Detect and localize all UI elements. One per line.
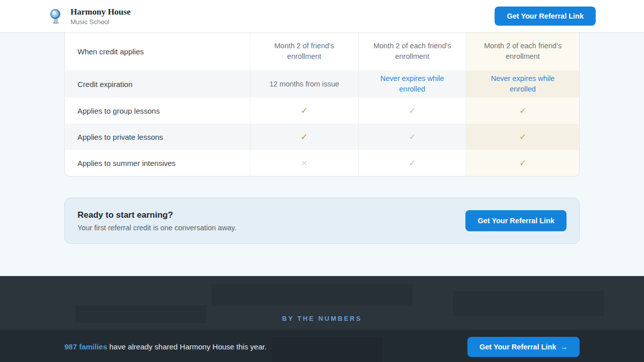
table-row: Applies to group lessons✓✓✓: [65, 98, 579, 124]
footer-referral-link-button[interactable]: Get Your Referral Link →: [467, 337, 580, 357]
check-icon: ✓: [519, 133, 526, 141]
gramophone-logo-icon: [48, 8, 63, 25]
cta-title: Ready to start earning?: [77, 210, 236, 220]
header-referral-link-button[interactable]: Get Your Referral Link: [495, 7, 596, 26]
table-row: Credit expiration12 months from issueNev…: [65, 70, 579, 98]
table-cell: Never expires while enrolled: [466, 70, 579, 98]
table-cell: ✓: [358, 124, 466, 150]
main-content: When credit appliesMonth 2 of friend's e…: [0, 32, 644, 244]
brand-text: Harmony House Music School: [70, 7, 130, 26]
table-cell: Month 2 of friend's enrollment: [250, 32, 358, 70]
numbers-heading-area: BY THE NUMBERS: [0, 276, 644, 329]
cta-text: Ready to start earning? Your first refer…: [77, 210, 236, 232]
check-icon: ✓: [409, 107, 416, 115]
check-icon: ✓: [409, 133, 416, 141]
table-cell: Never expires while enrolled: [358, 70, 466, 98]
row-label: Applies to private lessons: [65, 124, 250, 150]
check-icon: ✓: [409, 159, 416, 167]
brand-subtitle: Music School: [70, 18, 130, 26]
table-cell: ✓: [250, 124, 358, 150]
table-cell: 12 months from issue: [250, 70, 358, 98]
table-cell: Month 2 of each friend's enrollment: [466, 32, 579, 70]
brand-name: Harmony House: [70, 7, 130, 17]
cell-value: 12 months from issue: [269, 79, 339, 89]
cell-value: Month 2 of friend's enrollment: [265, 41, 344, 62]
x-icon: ✕: [301, 159, 307, 167]
table-cell: ✕: [250, 150, 358, 176]
stat-highlight: 987 families: [64, 342, 107, 351]
app-header: Harmony House Music School Get Your Refe…: [0, 0, 644, 32]
footer-sticky-bar: 987 families have already shared Harmony…: [0, 329, 644, 362]
table-cell: ✓: [466, 150, 579, 176]
footer-button-label: Get Your Referral Link: [479, 343, 556, 351]
table-row: Applies to private lessons✓✓✓: [65, 124, 579, 150]
highlighted-value: Never expires while enrolled: [373, 73, 452, 95]
cta-referral-link-button[interactable]: Get Your Referral Link: [465, 210, 567, 231]
cta-card: Ready to start earning? Your first refer…: [64, 198, 580, 244]
arrow-right-icon: →: [560, 343, 568, 351]
row-label: When credit applies: [65, 32, 250, 70]
highlighted-value: Never expires while enrolled: [480, 73, 565, 95]
row-label: Applies to group lessons: [65, 98, 250, 124]
cell-value: Month 2 of each friend's enrollment: [373, 41, 452, 62]
brand: Harmony House Music School: [48, 7, 130, 26]
check-icon: ✓: [519, 107, 526, 115]
check-icon: ✓: [519, 159, 526, 167]
table-row: When credit appliesMonth 2 of friend's e…: [65, 32, 579, 70]
table-cell: Month 2 of each friend's enrollment: [358, 32, 466, 70]
row-label: Applies to summer intensives: [65, 150, 250, 176]
section-heading: BY THE NUMBERS: [282, 315, 362, 322]
table-cell: ✓: [250, 98, 358, 124]
referral-stat-text: 987 families have already shared Harmony…: [64, 342, 267, 351]
table-cell: ✓: [358, 150, 466, 176]
comparison-table: When credit appliesMonth 2 of friend's e…: [64, 32, 580, 176]
table-cell: ✓: [466, 124, 579, 150]
row-label: Credit expiration: [65, 70, 250, 98]
cta-subtitle: Your first referral credit is one conver…: [77, 224, 236, 232]
by-the-numbers-section: BY THE NUMBERS 987 families have already…: [0, 276, 644, 362]
check-icon: ✓: [301, 133, 308, 141]
cell-value: Month 2 of each friend's enrollment: [480, 41, 565, 62]
table-cell: ✓: [466, 98, 579, 124]
check-icon: ✓: [301, 107, 308, 115]
table-row: Applies to summer intensives✕✓✓: [65, 150, 579, 176]
stat-rest: have already shared Harmony House this y…: [107, 342, 267, 351]
background-patch: [272, 337, 382, 362]
table-cell: ✓: [358, 98, 466, 124]
